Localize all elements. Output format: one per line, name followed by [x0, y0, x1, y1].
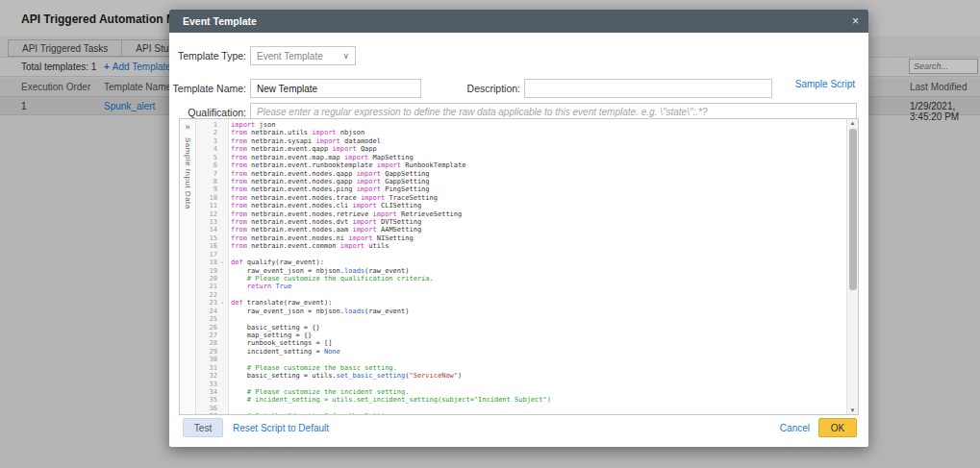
line-number: 20 [196, 275, 228, 283]
line-number: 31 [196, 364, 228, 372]
code-line: runbook_settings = [] [231, 339, 846, 347]
line-number: 7 [196, 170, 228, 178]
line-number: 13 [196, 218, 228, 226]
code-line: # incident_setting = utils.set_incident_… [231, 396, 846, 404]
description-input[interactable] [524, 79, 772, 98]
dialog-header[interactable]: Event Template × [169, 10, 868, 33]
code-line: def translate(raw_event): [231, 299, 846, 307]
line-number: 23- [196, 299, 228, 307]
line-number: 3 [196, 137, 228, 145]
code-line: def qualify(raw_event): [231, 259, 846, 266]
code-line: # Please customize the incident setting. [231, 388, 846, 396]
code-line [231, 405, 846, 412]
code-line: from netbrain.event.nodes.qapp import Qa… [231, 170, 846, 178]
code-line: from netbrain.event.nodes.aam import AAM… [231, 226, 846, 234]
chevron-down-icon: ∨ [342, 51, 349, 61]
line-number: 17 [196, 251, 228, 259]
template-name-label: Template Name: [169, 83, 246, 94]
code-line [231, 356, 846, 363]
code-line: import json [231, 121, 846, 129]
code-line: from netbrain.event.nodes.gapp import Ga… [231, 178, 846, 185]
line-number: 22 [196, 291, 228, 299]
code-line: from netbrain.sysapi import datamodel [231, 137, 846, 145]
code-line: # Please customize the qualification cri… [231, 275, 846, 283]
scroll-down-icon[interactable]: ▼ [847, 407, 858, 413]
line-number: 11 [196, 202, 228, 209]
code-line: from netbrain.event.common import utils [231, 242, 846, 250]
sample-script-link[interactable]: Sample Script [795, 79, 855, 89]
code-line [231, 381, 846, 388]
line-number: 1 [196, 121, 228, 129]
scroll-up-icon[interactable]: ▲ [847, 120, 858, 126]
code-line: basic_setting = utils.set_basic_setting(… [231, 372, 846, 380]
line-number: 26 [196, 324, 228, 332]
line-number: 36 [196, 405, 228, 412]
line-number: 16 [196, 242, 228, 250]
qualification-label: Qualification: [169, 107, 246, 118]
line-number: 33 [196, 381, 228, 388]
template-type-dropdown[interactable]: Event Template ∨ [250, 46, 356, 65]
line-number: 5 [196, 154, 228, 161]
line-number: 25 [196, 315, 228, 323]
code-line: from netbrain.event.nodes.trace import T… [231, 194, 846, 202]
code-line: from netbrain.event.qapp import Qapp [231, 145, 846, 153]
line-number: 8 [196, 178, 228, 185]
scrollbar-thumb[interactable] [849, 129, 857, 290]
line-number: 19 [196, 267, 228, 275]
fold-marker-icon[interactable]: - [217, 259, 227, 266]
line-number: 9 [196, 185, 228, 193]
code-line [231, 291, 846, 299]
line-number: 32 [196, 372, 228, 380]
template-name-input[interactable] [250, 79, 421, 98]
line-number: 15 [196, 234, 228, 242]
close-icon[interactable]: × [852, 13, 859, 29]
ok-button[interactable]: OK [818, 418, 857, 437]
line-number: 27 [196, 332, 228, 339]
code-line: from netbrain.event.map.map import MapSe… [231, 154, 846, 161]
code-line: from netbrain.event.nodes.cli import CLI… [231, 202, 846, 209]
code-line: from netbrain.event.nodes.ping import Pi… [231, 185, 846, 193]
code-line: return True [231, 283, 846, 290]
code-line: from netbrain.event.runbooktemplate impo… [231, 161, 846, 169]
code-line: raw_event_json = nbjson.loads(raw_event) [231, 267, 846, 275]
code-line: raw_event_json = nbjson.loads(raw_event) [231, 308, 846, 315]
line-number: 35 [196, 396, 228, 404]
fold-marker-icon[interactable]: - [217, 299, 227, 307]
code-line: from netbrain.event.nodes.retrieve impor… [231, 210, 846, 218]
code-line: from netbrain.utils import nbjson [231, 129, 846, 136]
code-line: # Please customize the basic setting. [231, 364, 846, 372]
line-number: 14 [196, 226, 228, 234]
line-number: 37 [196, 412, 228, 415]
sample-input-data-panel: » Sample Input Data [180, 119, 196, 414]
sample-input-data-label: Sample Input Data [184, 137, 192, 209]
code-line: basic_setting = {} [231, 324, 846, 332]
code-line: from netbrain.event.nodes.dvt import DVT… [231, 218, 846, 226]
line-number: 12 [196, 210, 228, 218]
dialog-title: Event Template [183, 15, 257, 27]
code-line: map_setting = {} [231, 332, 846, 339]
reset-script-link[interactable]: Reset Script to Default [233, 423, 329, 433]
code-lines[interactable]: import jsonfrom netbrain.utils import nb… [229, 119, 846, 414]
code-line: incident_setting = None [231, 348, 846, 356]
template-type-label: Template Type: [169, 50, 246, 62]
code-line: from netbrain.event.nodes.ni import NISe… [231, 234, 846, 242]
line-number: 18- [196, 259, 228, 266]
script-editor: » Sample Input Data 12345678910111213141… [179, 118, 859, 415]
line-number: 28 [196, 339, 228, 347]
code-line [231, 315, 846, 323]
code-line: # Set the "duration" for the Setting. [231, 412, 846, 414]
expand-panel-icon[interactable]: » [185, 122, 189, 132]
event-template-dialog: Event Template × Template Type: Event Te… [169, 10, 868, 447]
test-button[interactable]: Test [183, 418, 223, 437]
code-line [231, 251, 846, 259]
cancel-link[interactable]: Cancel [780, 423, 810, 433]
line-number: 2 [196, 129, 228, 136]
editor-scrollbar[interactable]: ▲ ▼ [846, 119, 858, 414]
line-number: 34 [196, 388, 228, 396]
template-type-value: Event Template [257, 51, 323, 62]
line-number: 10 [196, 194, 228, 202]
gutter-lines: 123456789101112131415161718-1920212223-2… [196, 119, 229, 414]
description-label: Description: [443, 83, 520, 94]
screen: API Triggered Automation Manager API Tri… [0, 0, 980, 468]
line-number: 21 [196, 283, 228, 290]
